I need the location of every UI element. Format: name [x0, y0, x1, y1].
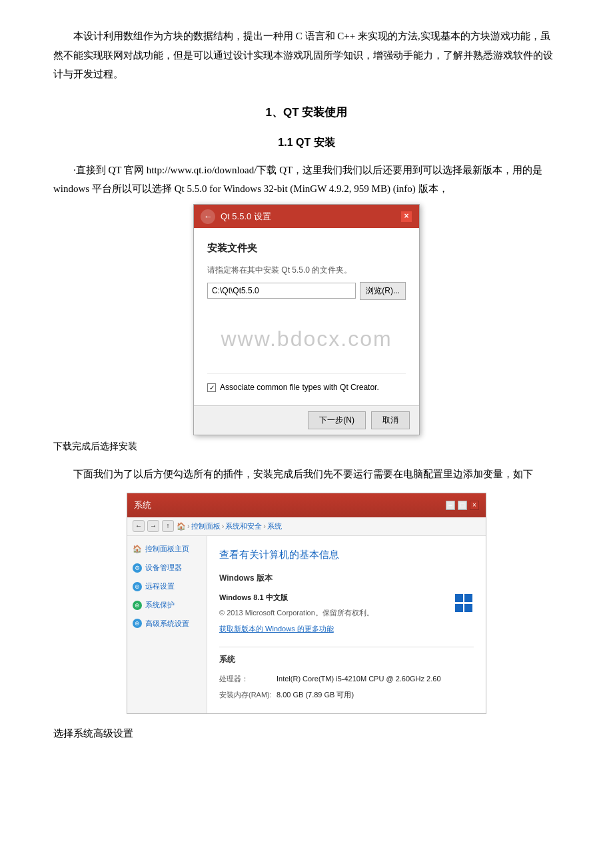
dialog-next-button[interactable]: 下一步(N): [308, 411, 366, 429]
dialog-title-text: Qt 5.5.0 设置: [221, 209, 271, 224]
syswin-windows-info: Windows 8.1 中文版 © 2013 Microsoft Corpora…: [219, 591, 446, 636]
syswin-info-area: Windows 8.1 中文版 © 2013 Microsoft Corpora…: [219, 591, 446, 641]
sidebar-protection-icon: ⊕: [133, 601, 142, 610]
dialog-titlebar: ← Qt 5.5.0 设置 ×: [194, 205, 419, 228]
syswin-ram-value: 8.00 GB (7.89 GB 可用): [277, 689, 474, 702]
sidebar-advanced-icon: ⊕: [133, 619, 142, 628]
dialog-checkbox-row: ✓ Associate common file types with Qt Cr…: [207, 373, 406, 395]
syswin-processor-row: 处理器： Intel(R) Core(TM) i5-4210M CPU @ 2.…: [219, 673, 474, 686]
syswin-sidebar-device[interactable]: ⚙ 设备管理器: [133, 561, 201, 575]
system-window: 系统 – □ × ← → ↑ 🏠 › 控制面板 › 系统和安全 › 系统: [127, 493, 486, 714]
syswin-body: 🏠 控制面板主页 ⚙ 设备管理器 ⊕ 远程设置 ⊕ 系统保护 ⊕ 高级系统: [127, 536, 486, 713]
syswin-forward-button[interactable]: →: [147, 520, 159, 532]
syswin-path-security[interactable]: 系统和安全: [225, 520, 262, 533]
dialog-back-button[interactable]: ←: [201, 209, 215, 224]
associate-types-checkbox[interactable]: ✓: [207, 383, 216, 392]
sidebar-protection-label: 系统保护: [145, 599, 175, 612]
syswin-sidebar-remote[interactable]: ⊕ 远程设置: [133, 580, 201, 593]
syswin-processor-label: 处理器：: [219, 673, 273, 686]
syswin-page-title: 查看有关计算机的基本信息: [219, 545, 474, 563]
intro-paragraph: 本设计利用数组作为方块的数据结构，提出一种用 C 语言和 C++ 来实现的方法,…: [53, 27, 560, 84]
syswin-sidebar-home[interactable]: 🏠 控制面板主页: [133, 543, 201, 556]
syswin-back-button[interactable]: ←: [133, 520, 145, 532]
watermark-area: www.bdocx.com: [207, 309, 406, 369]
sub1-heading: 1.1 QT 安装: [53, 133, 560, 153]
syswin-titlebar: 系统 – □ ×: [127, 493, 486, 517]
syswin-win-copy: © 2013 Microsoft Corporation。保留所有权利。: [219, 607, 446, 620]
syswin-ram-row: 安装内存(RAM): 8.00 GB (7.89 GB 可用): [219, 689, 474, 702]
syswin-win-version: Windows 8.1 中文版: [219, 591, 446, 605]
syswin-sidebar: 🏠 控制面板主页 ⚙ 设备管理器 ⊕ 远程设置 ⊕ 系统保护 ⊕ 高级系统: [127, 536, 207, 713]
after-dialog-caption: 下载完成后选择安装: [53, 438, 560, 455]
syswin-ram-label: 安装内存(RAM):: [219, 689, 273, 702]
syswin-path-home-icon: 🏠: [177, 520, 186, 533]
watermark-text: www.bdocx.com: [221, 320, 392, 359]
syswin-toolbar: ← → ↑ 🏠 › 控制面板 › 系统和安全 › 系统: [127, 517, 486, 537]
dialog-section-title: 安装文件夹: [207, 239, 406, 257]
syswin-minimize-button[interactable]: –: [446, 501, 455, 510]
syswin-breadcrumb: 🏠 › 控制面板 › 系统和安全 › 系统: [177, 520, 282, 533]
syswin-path-controlpanel[interactable]: 控制面板: [191, 520, 221, 533]
dialog-close-button[interactable]: ×: [400, 211, 412, 223]
dialog-browse-button[interactable]: 浏览(R)...: [360, 282, 406, 300]
syswin-processor-value: Intel(R) Core(TM) i5-4210M CPU @ 2.60GHz…: [277, 673, 474, 686]
dialog-cancel-button[interactable]: 取消: [371, 411, 410, 429]
sidebar-advanced-label: 高级系统设置: [145, 617, 189, 631]
syswin-divider: [219, 647, 474, 647]
sidebar-device-icon: ⚙: [133, 563, 142, 573]
sidebar-remote-icon: ⊕: [133, 582, 142, 591]
syswin-windows-section-label: Windows 版本: [219, 571, 474, 586]
windows-logo: [455, 594, 474, 613]
dialog-label: 请指定将在其中安装 Qt 5.5.0 的文件夹。: [207, 263, 406, 278]
syswin-maximize-button[interactable]: □: [458, 501, 467, 510]
dialog-path-input[interactable]: [207, 283, 356, 299]
syswin-path-system[interactable]: 系统: [267, 520, 282, 533]
syswin-system-section-label: 系统: [219, 653, 474, 667]
select-system-text: 选择系统高级设置: [53, 725, 560, 743]
associate-types-label: Associate common file types with Qt Crea…: [220, 381, 379, 395]
syswin-close-button[interactable]: ×: [470, 501, 479, 510]
sidebar-device-label: 设备管理器: [145, 561, 182, 575]
dialog-body: 安装文件夹 请指定将在其中安装 Qt 5.5.0 的文件夹。 浏览(R)... …: [194, 228, 419, 405]
syswin-win-link[interactable]: 获取新版本的 Windows 的更多功能: [219, 625, 334, 633]
sidebar-remote-label: 远程设置: [145, 580, 175, 593]
sub1-bullet: ·直接到 QT 官网 http://www.qt.io/download/下载 …: [53, 161, 560, 199]
dialog-wrapper: ← Qt 5.5.0 设置 × 安装文件夹 请指定将在其中安装 Qt 5.5.0…: [53, 204, 560, 436]
syswin-sidebar-advanced[interactable]: ⊕ 高级系统设置: [133, 617, 201, 631]
sidebar-home-label: 控制面板主页: [145, 543, 189, 556]
syswin-main: 查看有关计算机的基本信息 Windows 版本 Windows 8.1 中文版 …: [207, 536, 486, 713]
qt-install-dialog: ← Qt 5.5.0 设置 × 安装文件夹 请指定将在其中安装 Qt 5.5.0…: [193, 204, 420, 436]
dialog-footer: 下一步(N) 取消: [194, 405, 419, 435]
system-window-wrapper: 系统 – □ × ← → ↑ 🏠 › 控制面板 › 系统和安全 › 系统: [53, 493, 560, 714]
sidebar-home-icon: 🏠: [133, 543, 142, 556]
dialog-titlebar-left: ← Qt 5.5.0 设置: [201, 209, 271, 224]
dialog-input-row: 浏览(R)...: [207, 282, 406, 300]
syswin-title: 系统: [134, 497, 151, 513]
section1-heading: 1、QT 安装使用: [53, 103, 560, 123]
syswin-logo-area: Windows 8.1 中文版 © 2013 Microsoft Corpora…: [219, 591, 474, 641]
syswin-up-button[interactable]: ↑: [162, 520, 174, 532]
after-dialog-paragraph: 下面我们为了以后方便勾选所有的插件，安装完成后我们先不要运行需要在电脑配置里边添…: [53, 465, 560, 484]
syswin-sidebar-protection[interactable]: ⊕ 系统保护: [133, 599, 201, 612]
